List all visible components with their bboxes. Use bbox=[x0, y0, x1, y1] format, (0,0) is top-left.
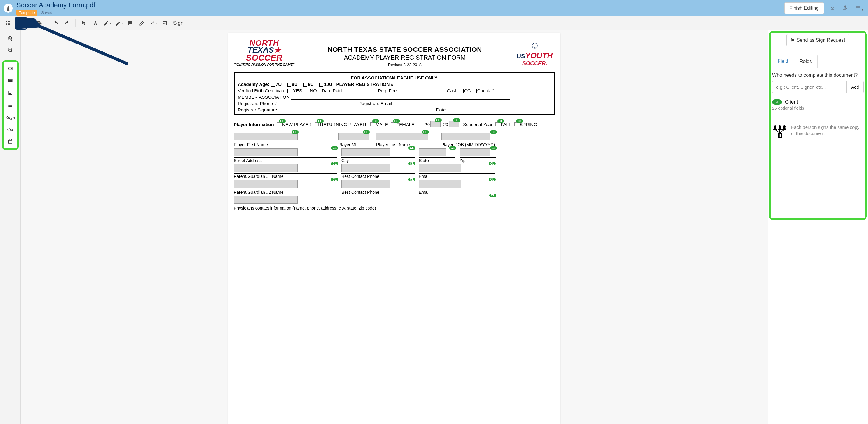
saved-status: Saved bbox=[41, 10, 52, 15]
info-text: Each person signs the same copy of this … bbox=[791, 124, 864, 136]
role-field-count: 25 optional fields bbox=[772, 106, 864, 111]
role-name-input[interactable] bbox=[772, 81, 847, 93]
female-checkbox[interactable]: CL bbox=[391, 122, 396, 126]
multiline-field-icon[interactable] bbox=[4, 75, 17, 87]
text-field-icon[interactable] bbox=[4, 62, 17, 75]
pg2-name-field[interactable]: CL bbox=[234, 180, 337, 189]
zoom-in-icon[interactable] bbox=[4, 33, 17, 45]
last-name-field[interactable]: CL bbox=[376, 133, 428, 141]
eraser-icon[interactable] bbox=[137, 18, 147, 28]
app-logo bbox=[4, 4, 13, 13]
fall-checkbox[interactable]: CL bbox=[495, 122, 500, 126]
left-sidebar: xSign x Int bbox=[0, 30, 21, 424]
title-block: Soccer Academy Form.pdf Template Saved bbox=[17, 1, 95, 16]
role-badge: CL bbox=[772, 99, 782, 105]
signature-field-icon[interactable]: xSign bbox=[4, 111, 17, 123]
player-info-row: Player Information CL NEW PLAYER CL RETU… bbox=[234, 121, 555, 128]
check-icon[interactable]: ▾ bbox=[148, 18, 159, 28]
pointer-icon[interactable] bbox=[79, 18, 89, 28]
state-field[interactable]: CL bbox=[419, 148, 455, 157]
street-field[interactable]: CL bbox=[234, 148, 337, 157]
year2-field[interactable]: CL bbox=[449, 121, 459, 128]
grid-icon[interactable] bbox=[3, 18, 13, 28]
new-player-checkbox[interactable]: CL bbox=[276, 122, 281, 126]
info-row: Each person signs the same copy of this … bbox=[772, 124, 864, 138]
tab-field[interactable]: Field bbox=[772, 55, 794, 68]
tabs: Field Roles bbox=[772, 55, 864, 68]
svg-point-3 bbox=[783, 125, 785, 128]
image-icon[interactable] bbox=[160, 18, 170, 28]
city-field[interactable]: CL bbox=[341, 148, 414, 157]
checkbox-field-icon[interactable] bbox=[4, 87, 17, 99]
add-user-icon[interactable] bbox=[841, 3, 849, 13]
svg-point-1 bbox=[774, 125, 776, 128]
form-grid: CL Player First Name CL Player MI CL Pla… bbox=[234, 133, 555, 210]
print-icon[interactable] bbox=[34, 18, 44, 28]
pg1-phone-field[interactable]: CL bbox=[341, 164, 414, 173]
usys-logo: ☺ USYOUTH SOCCER. bbox=[515, 39, 555, 67]
separator bbox=[47, 19, 48, 27]
comment-icon[interactable] bbox=[125, 18, 135, 28]
svg-point-2 bbox=[778, 125, 781, 128]
pg1-name-field[interactable]: CL bbox=[234, 164, 337, 173]
separator bbox=[75, 19, 76, 27]
dropdown-field-icon[interactable] bbox=[4, 99, 17, 111]
date-field-icon[interactable] bbox=[4, 136, 17, 148]
zoom-out-icon[interactable] bbox=[4, 45, 17, 56]
zip-field[interactable]: CL bbox=[460, 148, 496, 157]
physician-field[interactable]: CL bbox=[234, 196, 495, 205]
role-item-client[interactable]: CL Client bbox=[772, 99, 864, 105]
dot-2: ' bbox=[13, 1, 14, 5]
nts-logo: NORTH TEXAS★ SOCCER "IGNITING PASSION FO… bbox=[234, 39, 294, 66]
download-icon[interactable] bbox=[828, 3, 837, 13]
tab-roles[interactable]: Roles bbox=[794, 55, 818, 68]
highlighter-icon[interactable]: ▾ bbox=[114, 18, 124, 28]
undo-icon[interactable] bbox=[51, 18, 61, 28]
pg1-email-field[interactable]: CL bbox=[419, 164, 495, 173]
first-name-field[interactable]: CL bbox=[234, 133, 298, 141]
field-palette: xSign x Int bbox=[2, 60, 19, 150]
role-name-label: Client bbox=[785, 99, 798, 105]
form-fields-icon[interactable] bbox=[14, 17, 27, 30]
add-role-button[interactable]: Add bbox=[847, 81, 864, 93]
mi-field[interactable]: CL bbox=[338, 133, 369, 141]
finish-editing-button[interactable]: Finish Editing bbox=[784, 2, 824, 14]
sign-button[interactable]: Sign bbox=[173, 20, 184, 26]
toolbar: ▾ ▾ ▾ Sign bbox=[0, 17, 868, 30]
dot-1: ' bbox=[2, 1, 3, 5]
male-checkbox[interactable]: CL bbox=[370, 122, 375, 126]
topbar-right: Finish Editing ▾ bbox=[784, 2, 864, 14]
association-box: FOR ASSOCIATION/LEAGUE USE ONLY Academy … bbox=[234, 73, 555, 115]
roles-question: Who needs to complete this document? bbox=[772, 73, 864, 78]
pen-icon[interactable]: ▾ bbox=[102, 18, 112, 28]
spring-checkbox[interactable]: CL bbox=[514, 122, 519, 126]
main-area: xSign x Int NORTH TEXAS★ SOCCER "IGNITIN… bbox=[0, 30, 868, 424]
dob-field[interactable]: CL bbox=[441, 133, 496, 141]
menu-icon[interactable]: ▾ bbox=[854, 3, 864, 13]
pg2-phone-field[interactable]: CL bbox=[341, 180, 414, 189]
year1-field[interactable]: CL bbox=[430, 121, 441, 128]
send-sign-request-button[interactable]: Send as Sign Request bbox=[786, 34, 850, 46]
redo-icon[interactable] bbox=[62, 18, 72, 28]
page-1: NORTH TEXAS★ SOCCER "IGNITING PASSION FO… bbox=[228, 33, 560, 424]
top-bar: ' ' Soccer Academy Form.pdf Template Sav… bbox=[0, 0, 868, 17]
document-title: Soccer Academy Form.pdf bbox=[17, 1, 95, 9]
returning-player-checkbox[interactable]: CL bbox=[314, 122, 319, 126]
document-canvas[interactable]: NORTH TEXAS★ SOCCER "IGNITING PASSION FO… bbox=[21, 30, 768, 424]
document-heading: NORTH TEXAS STATE SOCCER ASSOCIATION ACA… bbox=[294, 39, 515, 67]
pg2-email-field[interactable]: CL bbox=[419, 180, 495, 189]
right-panel: Send as Sign Request Field Roles Who nee… bbox=[768, 30, 868, 424]
text-icon[interactable] bbox=[90, 18, 101, 28]
initials-field-icon[interactable]: x Int bbox=[4, 123, 17, 136]
separator bbox=[30, 19, 31, 27]
signers-icon bbox=[772, 124, 787, 138]
template-badge: Template bbox=[17, 10, 37, 16]
